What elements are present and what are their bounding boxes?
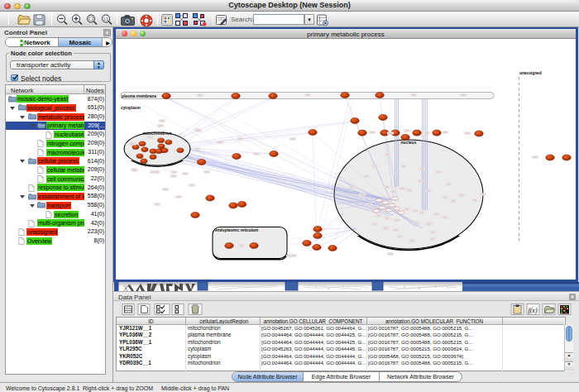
svg-text:1:1: 1:1 (103, 17, 109, 22)
svg-text:plasma membrane: plasma membrane (122, 94, 156, 98)
svg-text:cytoplasm: cytoplasm (121, 106, 141, 110)
svg-text:unassigned: unassigned (519, 71, 542, 75)
svg-text:endoplasmic reticulum: endoplasmic reticulum (215, 228, 258, 232)
svg-text:f(x): f(x) (528, 307, 537, 314)
svg-text:mitochondrion: mitochondrion (143, 131, 172, 136)
